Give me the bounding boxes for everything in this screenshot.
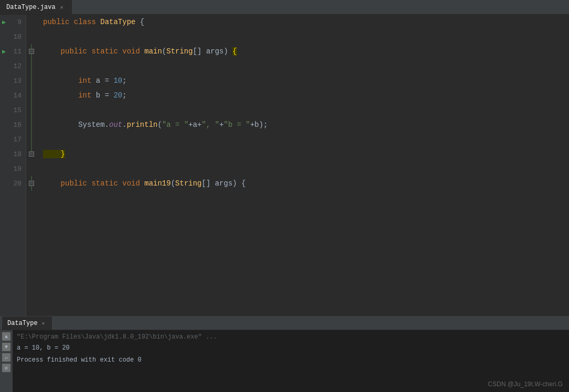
bottom-panel: DataType ✕ ▲ ▼ ↵ ⊞ "E:\Program Files\Jav… [0, 316, 569, 392]
tab-datatype[interactable]: DataType.java ✕ [0, 0, 72, 14]
line-num: 13 [0, 73, 26, 88]
panel-buttons: ▲ ▼ ↵ ⊞ [0, 330, 13, 392]
code-token: = [105, 91, 114, 100]
code-token: 20 [113, 91, 122, 100]
run-arrow-icon[interactable]: ▶ [2, 48, 6, 56]
code-token: ); [259, 121, 268, 129]
code-token: ", " [202, 121, 220, 129]
wrap-button[interactable]: ↵ [2, 353, 10, 362]
code-token: + [219, 121, 223, 129]
code-line[interactable]: public class DataType { [37, 15, 569, 29]
code-token: void [122, 47, 144, 56]
fold-cell [26, 161, 37, 176]
line-num: 16 [0, 117, 26, 132]
panel-tab-bar: DataType ✕ [0, 317, 569, 330]
fold-cell [26, 59, 37, 73]
fold-open-icon[interactable]: − [29, 181, 34, 186]
scroll-up-button[interactable]: ▲ [2, 332, 10, 341]
tab-bar: DataType.java ✕ [0, 0, 569, 15]
code-token: = [105, 77, 114, 85]
fold-cell [26, 73, 37, 88]
fold-cell: − [26, 176, 37, 191]
code-token: } [43, 150, 65, 158]
code-token: class [74, 18, 100, 26]
code-token: void [122, 179, 144, 188]
code-line[interactable] [37, 103, 569, 117]
code-token: a [96, 77, 105, 85]
code-token: [] [202, 179, 215, 188]
code-line[interactable]: public static void main19(String[] args)… [37, 176, 569, 191]
watermark: CSDN @Ju_19t.W-cheri.G [488, 380, 563, 388]
panel-tab-close-icon[interactable]: ✕ [40, 320, 47, 327]
line-num: ▶9 [0, 15, 26, 29]
editor-container: ▶910▶11121314151617181920 −−− public cla… [0, 15, 569, 316]
code-token: public [43, 47, 91, 56]
code-line[interactable]: int a = 10; [37, 73, 569, 88]
code-token: args [215, 179, 233, 188]
line-number-label: 16 [13, 121, 22, 129]
code-token: main [144, 47, 162, 56]
code-token: ( [171, 179, 175, 188]
code-token: DataType [100, 18, 140, 26]
code-token: main19 [144, 179, 170, 188]
output-line: a = 10, b = 20 [17, 343, 565, 353]
code-token: args [206, 47, 224, 56]
code-token: "b = " [224, 121, 250, 129]
line-number-label: 14 [13, 92, 22, 100]
line-number-label: 13 [13, 77, 22, 85]
line-num: 14 [0, 88, 26, 103]
panel-row: ▲ ▼ ↵ ⊞ "E:\Program Files\Java\jdk1.8.0_… [0, 330, 569, 392]
tab-close-icon[interactable]: ✕ [59, 4, 65, 11]
code-token: println [127, 121, 158, 129]
line-number-label: 18 [13, 150, 22, 158]
code-line[interactable] [37, 29, 569, 44]
line-num: 17 [0, 132, 26, 147]
code-token: ( [157, 121, 162, 129]
line-number-label: 10 [13, 33, 22, 41]
code-area[interactable]: public class DataType { public static vo… [37, 15, 569, 316]
line-num: 12 [0, 59, 26, 73]
code-token: +b [250, 121, 259, 129]
filter-button[interactable]: ⊞ [2, 364, 10, 372]
code-line[interactable] [37, 132, 569, 147]
fold-cell [26, 88, 37, 103]
code-token: public [43, 18, 74, 26]
line-number-label: 9 [17, 18, 22, 26]
line-number-label: 17 [13, 136, 22, 144]
code-token: ( [162, 47, 166, 56]
code-token: { [232, 47, 237, 56]
code-line[interactable]: } [37, 147, 569, 161]
code-token: "a = " [162, 121, 188, 129]
line-number-label: 12 [13, 62, 22, 70]
code-token: ) { [232, 179, 245, 188]
fold-cell [26, 117, 37, 132]
code-token: +a+ [188, 121, 201, 129]
line-number-label: 15 [13, 106, 22, 114]
fold-close-icon[interactable]: − [29, 151, 34, 157]
panel-tab-datatype[interactable]: DataType ✕ [2, 317, 52, 330]
line-num: 20 [0, 176, 26, 191]
fold-cell: − [26, 147, 37, 161]
code-line[interactable] [37, 161, 569, 176]
code-token: static [91, 179, 122, 188]
run-arrow-icon[interactable]: ▶ [2, 18, 6, 26]
code-line[interactable]: public static void main(String[] args) { [37, 44, 569, 59]
panel-content: "E:\Program Files\Java\jdk1.8.0_192\bin\… [13, 330, 569, 392]
panel-tab-label: DataType [7, 320, 38, 327]
tab-label: DataType.java [6, 4, 56, 11]
fold-cell [26, 15, 37, 29]
fold-cell [26, 29, 37, 44]
code-line[interactable] [37, 59, 569, 73]
line-num: ▶11 [0, 44, 26, 59]
code-token: 10 [113, 77, 122, 85]
line-numbers: ▶910▶11121314151617181920 [0, 15, 26, 316]
code-token: public [43, 179, 91, 188]
line-num: 19 [0, 161, 26, 176]
code-line[interactable]: System.out.println("a = "+a+", "+"b = "+… [37, 117, 569, 132]
code-line[interactable]: int b = 20; [37, 88, 569, 103]
fold-open-icon[interactable]: − [29, 49, 34, 54]
code-token: { [140, 18, 144, 26]
line-num: 10 [0, 29, 26, 44]
scroll-down-button[interactable]: ▼ [2, 343, 10, 351]
line-number-label: 20 [13, 180, 22, 188]
